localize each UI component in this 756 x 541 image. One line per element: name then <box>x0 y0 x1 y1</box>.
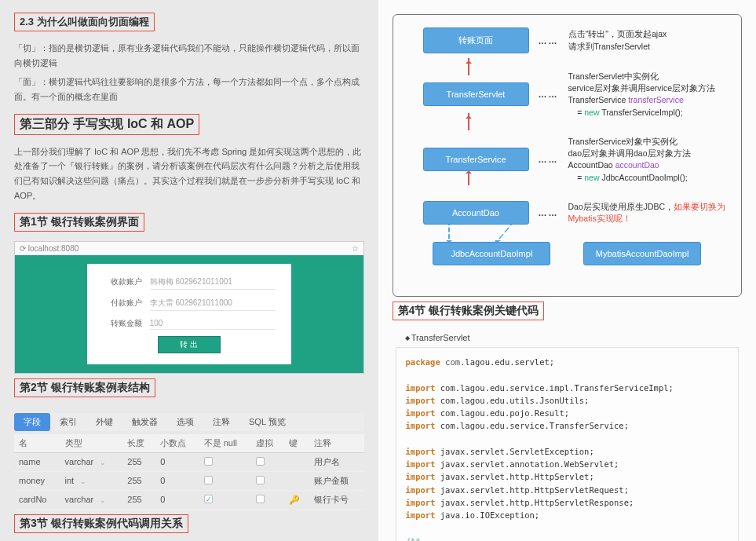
tab-comment[interactable]: 注释 <box>203 413 239 431</box>
heading-part3: 第三部分 手写实现 IoC 和 AOP <box>14 114 199 135</box>
reload-icon[interactable]: ⟳ <box>20 244 26 253</box>
heading-sec3: 第3节 银行转账案例代码调用关系 <box>14 514 188 533</box>
th-note[interactable]: 注释 <box>309 434 363 453</box>
cell-nn[interactable] <box>199 471 252 490</box>
cell-dec[interactable]: 0 <box>155 471 199 490</box>
tab-fk[interactable]: 外键 <box>86 413 122 431</box>
note-servlet: TransferServlet中实例化 service层对象并调用service… <box>568 71 734 119</box>
heading-sec2: 第2节 银行转账案例表结构 <box>14 378 155 397</box>
cell-nn[interactable] <box>199 452 252 471</box>
para-intro: 上一部分我们理解了 IoC 和 AOP 思想，我们先不考虑 Spring 是如何… <box>14 144 364 203</box>
cell-len[interactable]: 255 <box>122 471 155 490</box>
heading-sec4: 第4节 银行转账案例关键代码 <box>393 302 545 320</box>
arrow-up-icon <box>468 113 469 130</box>
note-dao: Dao层实现使用原生JDBC，如果要切换为Mybatis实现呢！ <box>568 201 734 225</box>
tab-sqlpreview[interactable]: SQL 预览 <box>239 413 295 431</box>
th-notnull[interactable]: 不是 null <box>199 434 252 453</box>
payer-input[interactable]: 李大雷 6029621011000 <box>150 296 276 311</box>
cell-type[interactable]: int⌄ <box>60 471 123 490</box>
table-row: money int⌄ 255 0 账户金额 <box>14 471 364 490</box>
heading-2-3: 2.3 为什么叫做面向切面编程 <box>14 13 155 31</box>
box-service: TransferService <box>423 148 529 171</box>
dots-icon: …… <box>539 155 559 164</box>
schema-table: 名 类型 长度 小数点 不是 null 虚拟 键 注释 name varchar… <box>14 434 364 510</box>
address-text: localhost:8080 <box>28 244 79 253</box>
sort-icon[interactable]: ⌄ <box>80 477 86 485</box>
cell-name[interactable]: cardNo <box>14 490 60 509</box>
note-service: TransferService对象中实例化 dao层对象并调用dao层对象方法 … <box>568 136 734 184</box>
cell-nn[interactable] <box>199 490 252 509</box>
cell-virt[interactable] <box>251 490 284 509</box>
code-block: package com.lagou.edu.servlet; import co… <box>396 347 740 541</box>
cell-len[interactable]: 255 <box>122 490 155 509</box>
th-type[interactable]: 类型 <box>60 434 123 453</box>
amount-label: 转账金额 <box>103 318 142 329</box>
cell-key <box>284 452 309 471</box>
sort-icon[interactable]: ⌄ <box>100 459 106 466</box>
right-page: 转账页面 …… 点击"转出"，页面发起ajax 请求到TransferServl… <box>378 0 757 541</box>
tab-options[interactable]: 选项 <box>167 413 203 431</box>
cell-len[interactable]: 255 <box>122 452 155 471</box>
th-name[interactable]: 名 <box>14 434 60 453</box>
payer-label: 付款账户 <box>103 298 142 309</box>
cell-note: 账户金额 <box>309 471 363 490</box>
note-ajax: 点击"转出"，页面发起ajax 请求到TransferServlet <box>568 28 734 52</box>
heading-sec1: 第1节 银行转账案例界面 <box>14 213 144 232</box>
table-row: name varchar⌄ 255 0 用户名 <box>14 452 364 471</box>
th-key[interactable]: 键 <box>284 434 309 453</box>
call-diagram: 转账页面 …… 点击"转出"，页面发起ajax 请求到TransferServl… <box>393 14 743 297</box>
box-page: 转账页面 <box>423 27 529 53</box>
amount-input[interactable]: 100 <box>150 317 276 330</box>
star-icon[interactable]: ☆ <box>352 244 359 253</box>
th-length[interactable]: 长度 <box>122 434 155 453</box>
transfer-form: 收款账户 韩梅梅 6029621011001 付款账户 李大雷 60296210… <box>87 264 291 364</box>
tab-trigger[interactable]: 触发器 <box>122 413 167 431</box>
box-dao: AccountDao <box>423 201 529 225</box>
cell-key: 🔑 <box>284 490 309 509</box>
cell-key <box>284 471 309 490</box>
cell-virt[interactable] <box>251 452 284 471</box>
payee-input[interactable]: 韩梅梅 6029621011001 <box>150 275 276 290</box>
dots-icon: …… <box>539 208 559 217</box>
payee-label: 收款账户 <box>103 276 142 287</box>
cell-dec[interactable]: 0 <box>155 490 199 509</box>
cell-type[interactable]: varchar⌄ <box>60 452 123 471</box>
box-mybatis-impl: MybatisAccountDaoImpl <box>583 242 701 265</box>
cell-dec[interactable]: 0 <box>155 452 199 471</box>
cell-note: 银行卡号 <box>309 490 363 509</box>
box-servlet: TransferServlet <box>423 82 529 106</box>
bullet-servlet: TransferServlet <box>405 333 743 342</box>
para-qie: 「切」：指的是横切逻辑，原有业务逻辑代码我们不能动，只能操作横切逻辑代码，所以面… <box>14 41 364 70</box>
cell-type[interactable]: varchar⌄ <box>60 490 123 509</box>
table-row: cardNo varchar⌄ 255 0 🔑 银行卡号 <box>14 490 364 509</box>
sort-icon[interactable]: ⌄ <box>100 496 106 504</box>
box-jdbc-impl: JdbcAccountDaoImpl <box>433 242 550 265</box>
left-page: 2.3 为什么叫做面向切面编程 「切」：指的是横切逻辑，原有业务逻辑代码我们不能… <box>0 0 378 541</box>
th-virtual[interactable]: 虚拟 <box>251 434 284 453</box>
cell-virt[interactable] <box>251 471 284 490</box>
dots-icon: …… <box>539 36 559 46</box>
tab-fields[interactable]: 字段 <box>14 413 50 431</box>
address-bar: ⟳ localhost:8080 ☆ <box>15 242 363 255</box>
cell-note: 用户名 <box>309 452 363 471</box>
db-tabs: 字段 索引 外键 触发器 选项 注释 SQL 预览 <box>14 413 364 431</box>
th-decimal[interactable]: 小数点 <box>155 434 199 453</box>
cell-name[interactable]: money <box>14 471 60 490</box>
para-mian: 「面」：横切逻辑代码往往要影响的是很多个方法，每一个方法都如同一个点，多个点构成… <box>14 75 364 104</box>
page-body: 收款账户 韩梅梅 6029621011001 付款账户 李大雷 60296210… <box>15 255 363 373</box>
submit-button[interactable]: 转 出 <box>158 336 221 353</box>
tab-index[interactable]: 索引 <box>50 413 86 431</box>
dots-icon: …… <box>539 90 559 99</box>
cell-name[interactable]: name <box>14 452 60 471</box>
browser-mock: ⟳ localhost:8080 ☆ 收款账户 韩梅梅 602962101100… <box>14 241 364 374</box>
